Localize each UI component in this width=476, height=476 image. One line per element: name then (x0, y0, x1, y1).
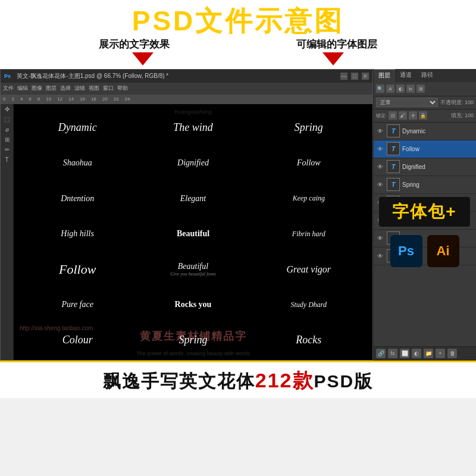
layers-panel: 图层 通道 路径 🔍 A ◐ fx ⊞ 正常 不透明度: 100 锁定: ⊡ 🖌… (373, 69, 476, 361)
ps-maximize-button[interactable]: □ (351, 73, 358, 80)
canvas-text-pureface: Pure face (20, 287, 135, 322)
text-giveyou: Give you beautiful fonts (170, 271, 216, 277)
tool-move[interactable]: ✜ (1, 104, 13, 114)
text-elegant: Elegant (180, 194, 206, 203)
layer-name-studydhard: Study Dhard (402, 217, 474, 224)
subtitle-right: 可编辑的字体图层 (296, 37, 377, 51)
ps-menu-select[interactable]: 选择 (60, 84, 71, 92)
layer-mode-row: 正常 不透明度: 100 (374, 96, 476, 109)
layer-icon-search[interactable]: 🔍 (376, 84, 384, 93)
layer-thumb-spring: T (387, 178, 400, 191)
layer-thumb-follow: T (387, 142, 400, 155)
layer-group-icon[interactable]: 📁 (424, 349, 433, 358)
layer-adjust-icon[interactable]: ◐ (412, 349, 421, 358)
ps-titlebar: Ps 英文-飘逸花体花体-主图1.psd @ 66.7% (Follow, RG… (1, 70, 372, 83)
canvas-text-beautiful3: Beautiful (135, 216, 250, 252)
tab-layers[interactable]: 图层 (374, 69, 395, 82)
ps-menu-help[interactable]: 帮助 (117, 84, 128, 92)
layer-thumb-dignified: T (387, 160, 400, 173)
canvas-text-follow1: Follow (251, 145, 367, 181)
text-pureface: Pure face (61, 300, 93, 309)
layer-name-dignified: Dignified (402, 164, 474, 170)
canvas-text-rocks6: Rocks (251, 322, 367, 358)
text-beautiful4: Beautiful (178, 262, 208, 271)
layer-rocks[interactable]: 👁 T Rocks (374, 230, 476, 248)
main-content: Ps 英文-飘逸花体花体-主图1.psd @ 66.7% (Follow, RG… (0, 69, 476, 361)
tool-crop[interactable]: ⊞ (1, 134, 13, 145)
arrow-right-icon (322, 52, 344, 65)
canvas-text-keepcaing: Keep caing (251, 181, 367, 217)
arrow-left-icon (132, 52, 154, 65)
text-keepcaing: Keep caing (293, 194, 325, 203)
layer-eye-studydhard[interactable]: 👁 (376, 216, 384, 224)
ps-close-button[interactable]: ✕ (362, 73, 369, 80)
ps-titlebar-text: 英文-飘逸花体花体-主图1.psd @ 66.7% (Follow, RGB/8… (17, 72, 337, 80)
layer-eye-colour[interactable]: 👁 (376, 252, 384, 260)
tool-select[interactable]: ⬚ (1, 114, 13, 124)
main-title: PSD文件示意图 (0, 6, 476, 36)
layer-thumb-rocks: T (387, 231, 400, 245)
layer-eye-dynamic[interactable]: 👁 (376, 127, 384, 135)
tool-lasso[interactable]: ⌀ (1, 124, 13, 134)
layer-delete-icon[interactable]: 🗑 (447, 349, 457, 358)
ps-menu-view[interactable]: 视图 (89, 84, 99, 92)
layer-eye-greatvigor[interactable]: 👁 (376, 198, 384, 206)
text-spring6: Spring (178, 334, 207, 346)
layer-eye-follow[interactable]: 👁 (376, 145, 384, 153)
layer-icon-type[interactable]: A (386, 84, 394, 93)
layer-icon-more[interactable]: ⊞ (416, 84, 425, 93)
layer-fx-icon[interactable]: fx (388, 349, 397, 358)
layer-thumb-studydhard: T (387, 214, 400, 227)
lock-label: 锁定: (376, 112, 387, 119)
ps-canvas-area: ✜ ⬚ ⌀ ⊞ ✏ T Huangxiasheng 黄夏生素材铺精品字 http… (1, 104, 372, 361)
canvas-text-thewind: The wind (135, 110, 250, 146)
layer-dynamic[interactable]: 👁 T Dynamic (374, 123, 476, 140)
ps-menu-image[interactable]: 图像 (32, 84, 42, 92)
ps-menu-edit[interactable]: 编辑 (17, 84, 28, 92)
canvas-text-follow4: Follow (20, 252, 135, 287)
tool-type[interactable]: T (1, 155, 13, 165)
tab-channels[interactable]: 通道 (395, 69, 416, 82)
tab-paths[interactable]: 路径 (416, 69, 438, 82)
layer-link-icon[interactable]: 🔗 (376, 349, 386, 358)
blend-mode-select[interactable]: 正常 (376, 98, 438, 107)
ps-menu-filter[interactable]: 滤镜 (74, 84, 85, 92)
arrow-row (0, 52, 476, 65)
ps-logo: Ps (4, 73, 11, 79)
layer-eye-dignified[interactable]: 👁 (376, 162, 384, 171)
lock-transparent-icon[interactable]: ⊡ (389, 111, 397, 120)
text-dntention: Dntention (61, 194, 94, 203)
layer-eye-rocks[interactable]: 👁 (376, 234, 384, 242)
ps-minimize-button[interactable]: — (340, 73, 347, 80)
tool-brush[interactable]: ✏ (1, 145, 13, 155)
layer-mask-icon[interactable]: ⬜ (400, 349, 409, 358)
layer-eye-spring[interactable]: 👁 (376, 180, 384, 189)
text-fibrinhard: Fibrin hard (292, 230, 325, 239)
layer-icon-adjust[interactable]: ◐ (396, 84, 405, 93)
lock-all-icon[interactable]: 🔒 (419, 111, 427, 120)
text-dignified: Dignified (177, 158, 209, 168)
layer-greatvigor[interactable]: 👁 T Great vigor (374, 194, 476, 212)
text-follow4: Follow (59, 262, 96, 277)
bottom-part1: 飘逸手写英文花体 (103, 371, 255, 391)
lock-position-icon[interactable]: ✛ (409, 111, 417, 120)
lock-pixels-icon[interactable]: 🖌 (399, 111, 407, 120)
text-rocks6: Rocks (296, 334, 321, 346)
text-studydhard: Study Dhard (291, 300, 327, 309)
layer-icon-fx[interactable]: fx (406, 84, 415, 93)
ps-menu-file[interactable]: 文件 (3, 84, 14, 92)
text-shaohua: Shaohua (63, 158, 92, 168)
canvas-text-shaohua: Shaohua (20, 145, 135, 181)
layer-name-spring: Spring (402, 181, 474, 188)
ps-menu-layer[interactable]: 图层 (46, 84, 57, 92)
layer-new-icon[interactable]: + (436, 349, 445, 358)
ps-menu-window[interactable]: 窗口 (103, 84, 114, 92)
layer-dignified[interactable]: 👁 T Dignified (374, 158, 476, 176)
layers-list: 👁 T Dynamic 👁 T Follow 👁 T Dignified 👁 T… (374, 123, 476, 346)
layer-colour[interactable]: 👁 T Colour (374, 248, 476, 265)
text-highhills: High hills (61, 229, 94, 239)
layer-studydhard[interactable]: 👁 T Study Dhard (374, 212, 476, 230)
layer-spring[interactable]: 👁 T Spring (374, 176, 476, 194)
layer-follow[interactable]: 👁 T Follow (374, 140, 476, 158)
bottom-highlight: 212款 (255, 369, 314, 392)
